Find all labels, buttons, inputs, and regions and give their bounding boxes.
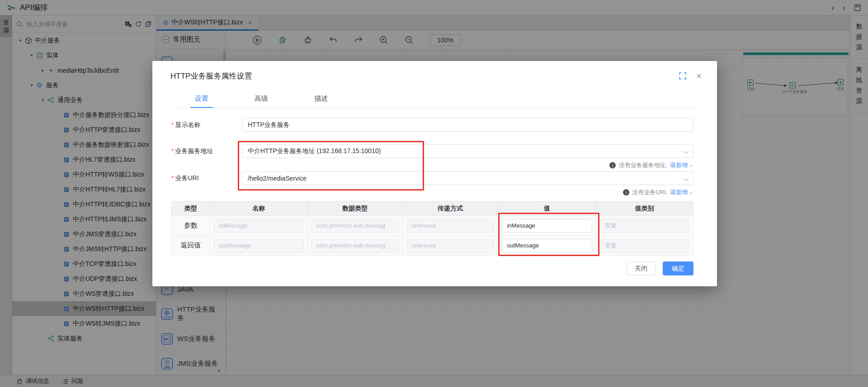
add-service-uri-link[interactable]: 请新增→: [670, 188, 693, 196]
field-service-address: *业务服务地址: [171, 144, 693, 158]
service-uri-hint: i 没有业务URI, 请新增→: [171, 187, 693, 197]
property-dialog: HTTP业务服务属性设置 × 设置高级描述 *显示名称 *业务服务地址: [152, 61, 717, 286]
display-name-input[interactable]: [242, 118, 693, 132]
parameter-table: 类型名称数据类型传递方式值值类别参数返回值: [171, 201, 693, 256]
table-row: 参数: [172, 216, 693, 236]
add-service-address-link[interactable]: 请新增→: [670, 161, 693, 169]
hint-text: 没有业务服务地址,: [618, 161, 667, 169]
param-type-label: 参数: [184, 221, 198, 229]
field-display-name: *显示名称: [171, 118, 693, 132]
table-header: 值类别: [596, 201, 693, 216]
close-button[interactable]: 关闭: [627, 261, 656, 275]
required-star: *: [171, 147, 174, 154]
field-label: *显示名称: [171, 121, 242, 129]
info-icon: i: [609, 162, 616, 168]
table-header: 数据类型: [307, 201, 402, 216]
table-header: 传递方式: [402, 201, 498, 216]
service-uri-select[interactable]: [242, 171, 693, 185]
value-category-input: [600, 219, 689, 233]
close-icon[interactable]: ×: [696, 71, 702, 80]
name-input: [214, 239, 303, 252]
fullscreen-icon[interactable]: [679, 72, 686, 79]
dialog-tab-描述[interactable]: 描述: [310, 92, 332, 107]
param-type-label: 返回值: [181, 241, 201, 249]
dialog-tab-设置[interactable]: 设置: [190, 92, 213, 108]
dialog-title: HTTP业务服务属性设置: [170, 71, 252, 81]
table-row: 返回值: [172, 236, 693, 256]
dialog-tab-高级[interactable]: 高级: [250, 92, 273, 107]
value-input[interactable]: [502, 239, 592, 252]
required-star: *: [171, 174, 174, 182]
name-input: [214, 219, 303, 233]
info-icon: i: [623, 189, 629, 196]
pass-mode-input: [406, 219, 494, 233]
service-address-select[interactable]: [242, 144, 693, 158]
table-header: 值: [498, 201, 596, 216]
field-label: *业务URI: [171, 174, 242, 182]
hint-text: 没有业务URI,: [632, 188, 667, 196]
table-header: 类型: [172, 201, 210, 216]
pass-mode-input: [406, 239, 494, 252]
required-star: *: [171, 121, 174, 128]
confirm-button[interactable]: 确定: [663, 261, 693, 275]
value-category-input: [600, 239, 689, 252]
field-service-uri: *业务URI: [171, 171, 693, 185]
app-window: API编排 ‹ › 资源 A ▾中介服: [0, 0, 868, 387]
field-label: *业务服务地址: [171, 147, 242, 155]
value-input[interactable]: [502, 219, 592, 233]
data-type-input: [311, 219, 399, 233]
table-header: 名称: [210, 201, 307, 216]
service-address-hint: i 没有业务服务地址, 请新增→: [171, 160, 693, 170]
data-type-input: [311, 239, 399, 252]
dialog-tabs: 设置高级描述: [170, 92, 699, 108]
